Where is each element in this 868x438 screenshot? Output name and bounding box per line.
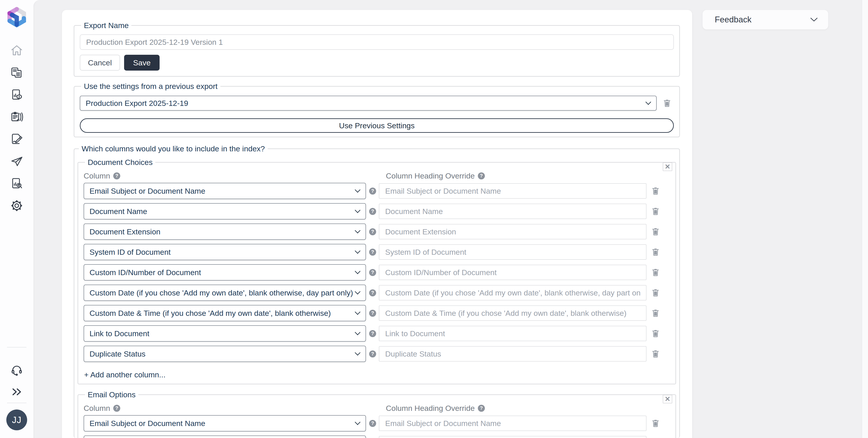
sidebar-item-report-info[interactable] xyxy=(6,84,28,106)
column-header: Column xyxy=(84,404,366,413)
column-select[interactable]: Custom Date (if you chose 'Add my own da… xyxy=(84,285,366,301)
column-select[interactable]: System ID of Document xyxy=(84,244,366,260)
help-icon[interactable] xyxy=(369,310,376,317)
column-select[interactable]: Custom ID/Number of Document xyxy=(84,264,366,281)
column-select[interactable]: Duplicate Status xyxy=(84,346,366,362)
chevron-down-icon xyxy=(355,329,360,335)
column-heading-override-input[interactable] xyxy=(379,224,647,239)
add-another-column-link[interactable]: + Add another column... xyxy=(84,370,166,379)
sidebar-bottom: JJ xyxy=(0,359,33,438)
column-heading-override-input[interactable] xyxy=(379,346,647,361)
close-document-choices-button[interactable] xyxy=(663,163,672,171)
sign-document-icon xyxy=(10,133,23,146)
column-heading-override-header: Column Heading Override xyxy=(379,404,661,413)
column-heading-override-header: Column Heading Override xyxy=(379,172,661,180)
delete-column-button[interactable] xyxy=(650,285,661,301)
save-button[interactable]: Save xyxy=(124,55,160,70)
column-heading-override-input[interactable] xyxy=(379,436,647,438)
double-chevron-right-icon xyxy=(10,385,23,398)
avatar[interactable]: JJ xyxy=(6,409,27,430)
column-heading-override-input[interactable] xyxy=(379,305,647,321)
previous-export-legend: Use the settings from a previous export xyxy=(81,81,220,91)
chevron-down-icon xyxy=(355,248,360,254)
delete-column-button[interactable] xyxy=(650,244,661,260)
help-icon[interactable] xyxy=(369,208,376,215)
delete-column-button[interactable] xyxy=(650,436,661,438)
column-row: System ID of Document xyxy=(84,244,661,260)
column-select-value: Custom ID/Number of Document xyxy=(90,268,201,277)
help-icon[interactable] xyxy=(369,420,376,427)
chevron-down-icon xyxy=(645,99,651,105)
delete-column-button[interactable] xyxy=(650,224,661,240)
help-icon[interactable] xyxy=(369,350,376,357)
column-select[interactable]: Email Subject or Document Name xyxy=(84,415,366,432)
sidebar-divider xyxy=(7,403,26,403)
help-icon[interactable] xyxy=(369,228,376,235)
email-options-fieldset: Email Options Column Column Heading Over… xyxy=(78,389,676,438)
help-icon[interactable] xyxy=(369,249,376,256)
column-row: Document Name xyxy=(84,203,661,220)
cancel-button[interactable]: Cancel xyxy=(80,55,120,70)
sidebar-nav xyxy=(6,39,28,217)
delete-column-button[interactable] xyxy=(650,325,661,342)
column-row xyxy=(84,436,661,438)
previous-export-fieldset: Use the settings from a previous export … xyxy=(74,81,680,137)
delete-column-button[interactable] xyxy=(650,305,661,321)
previous-export-select[interactable]: Production Export 2025-12-19 xyxy=(80,96,657,111)
column-heading-override-input[interactable] xyxy=(379,285,647,300)
chevron-down-icon xyxy=(355,350,360,355)
column-heading-override-input[interactable] xyxy=(379,204,647,219)
sidebar-item-documents[interactable] xyxy=(6,62,28,84)
scrollbar[interactable] xyxy=(862,0,868,438)
help-icon[interactable] xyxy=(369,330,376,337)
column-heading-override-input[interactable] xyxy=(379,183,647,199)
column-select[interactable]: Email Subject or Document Name xyxy=(84,183,366,199)
column-heading-override-input[interactable] xyxy=(379,326,647,341)
chevron-down-icon xyxy=(355,268,360,274)
app-logo-icon[interactable] xyxy=(7,7,26,28)
report-search-icon xyxy=(10,177,23,190)
previous-export-select-value: Production Export 2025-12-19 xyxy=(86,99,188,108)
sidebar-item-home[interactable] xyxy=(6,39,28,62)
collapse-sidebar-button[interactable] xyxy=(6,381,28,403)
help-icon[interactable] xyxy=(369,187,376,195)
feedback-dropdown[interactable]: Feedback xyxy=(703,10,828,29)
chevron-down-icon xyxy=(355,419,360,425)
home-icon xyxy=(10,44,23,57)
document-choices-legend: Document Choices xyxy=(85,157,155,167)
sidebar-item-settings[interactable] xyxy=(6,195,28,217)
delete-column-button[interactable] xyxy=(650,183,661,199)
gear-icon xyxy=(10,199,23,212)
sidebar-item-sign[interactable] xyxy=(6,128,28,150)
delete-column-button[interactable] xyxy=(650,203,661,220)
column-select[interactable] xyxy=(84,436,366,438)
delete-column-button[interactable] xyxy=(650,346,661,362)
delete-previous-export-button[interactable] xyxy=(660,96,674,110)
sidebar-item-report-search[interactable] xyxy=(6,172,28,195)
delete-column-button[interactable] xyxy=(650,264,661,281)
column-select[interactable]: Custom Date & Time (if you chose 'Add my… xyxy=(84,305,366,321)
delete-column-button[interactable] xyxy=(650,415,661,432)
column-heading-override-input[interactable] xyxy=(379,265,647,280)
column-select[interactable]: Document Extension xyxy=(84,224,366,240)
export-name-legend: Export Name xyxy=(81,20,131,30)
help-icon[interactable] xyxy=(478,172,485,179)
help-icon[interactable] xyxy=(369,289,376,296)
column-select[interactable]: Link to Document xyxy=(84,325,366,342)
export-name-input[interactable] xyxy=(80,34,674,50)
feedback-label: Feedback xyxy=(715,15,752,24)
sidebar-item-batches[interactable] xyxy=(6,106,28,128)
column-heading-override-input[interactable] xyxy=(379,244,647,260)
help-icon[interactable] xyxy=(113,172,120,179)
chevron-down-icon xyxy=(355,207,360,213)
help-icon[interactable] xyxy=(369,269,376,276)
help-icon[interactable] xyxy=(113,405,120,412)
column-select[interactable]: Document Name xyxy=(84,203,366,220)
close-email-options-button[interactable] xyxy=(663,395,672,403)
support-button[interactable] xyxy=(6,359,28,381)
column-heading-override-input[interactable] xyxy=(379,416,647,431)
use-previous-settings-button[interactable]: Use Previous Settings xyxy=(80,118,674,133)
sidebar-item-send[interactable] xyxy=(6,150,28,172)
document-choices-headers: Column Column Heading Override xyxy=(84,171,670,181)
help-icon[interactable] xyxy=(478,405,485,412)
